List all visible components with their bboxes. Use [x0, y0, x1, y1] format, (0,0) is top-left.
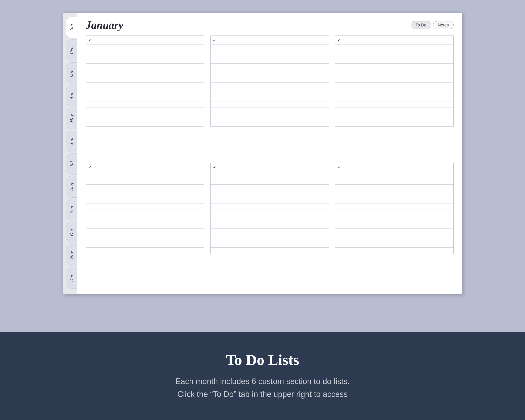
- todo-row: [335, 222, 453, 229]
- sidebar-tab-label-jun: Jun: [69, 138, 74, 145]
- outer-container: JanFebMarAprMayJunJulAugSepOctNovDec Jan…: [0, 0, 525, 420]
- page-header: January To Do Notes: [86, 19, 454, 31]
- todo-row: [335, 191, 453, 197]
- todo-row: [335, 204, 453, 210]
- todo-row: [211, 222, 329, 229]
- todo-row: [211, 64, 329, 70]
- todo-row: [86, 102, 204, 108]
- todo-row: [211, 210, 329, 216]
- todo-row: [211, 45, 329, 51]
- sidebar-tab-nov[interactable]: Nov: [66, 244, 77, 266]
- sidebar-tab-dec[interactable]: Dec: [66, 267, 77, 289]
- sidebar-tab-label-jul: Jul: [69, 161, 74, 167]
- todo-row: [211, 57, 329, 64]
- todo-row: [335, 76, 453, 83]
- todo-row: [335, 248, 453, 254]
- sidebar-tab-label-aug: Aug: [69, 183, 74, 191]
- sidebar-tab-aug[interactable]: Aug: [66, 176, 77, 197]
- sidebar-tab-apr[interactable]: Apr: [66, 85, 77, 106]
- todo-row: [86, 95, 204, 102]
- todo-row: [335, 185, 453, 191]
- todo-row: [335, 70, 453, 76]
- todo-row: [86, 210, 204, 216]
- side-tabs: JanFebMarAprMayJunJulAugSepOctNovDec: [63, 13, 77, 294]
- sidebar-tab-jun[interactable]: Jun: [66, 131, 77, 152]
- todo-row: [335, 95, 453, 102]
- todo-row: [211, 108, 329, 114]
- todo-row: [211, 70, 329, 76]
- sidebar-tab-may[interactable]: May: [66, 108, 77, 129]
- todo-row: [211, 248, 329, 254]
- todo-row: [211, 204, 329, 210]
- todo-row: [211, 51, 329, 57]
- todo-row: [211, 235, 329, 241]
- todo-row: [211, 185, 329, 191]
- todo-row: [335, 216, 453, 222]
- tab-notes[interactable]: Notes: [433, 21, 454, 29]
- checkmark-icon-5: ✓: [213, 165, 216, 170]
- sidebar-tab-jan[interactable]: Jan: [66, 17, 77, 38]
- todo-row: [86, 197, 204, 204]
- todo-row: [211, 102, 329, 108]
- bottom-section: To Do Lists Each month includes 6 custom…: [0, 332, 525, 420]
- todo-row: [211, 191, 329, 197]
- todo-row: [335, 197, 453, 204]
- todo-row: [335, 241, 453, 248]
- bottom-desc-line2: Click the “To Do” tab in the upper right…: [175, 388, 350, 401]
- todo-row: [211, 241, 329, 248]
- todo-row: [86, 108, 204, 114]
- todo-row: [335, 178, 453, 185]
- sidebar-tab-label-apr: Apr: [69, 92, 74, 100]
- sidebar-tab-feb[interactable]: Feb: [66, 39, 77, 61]
- todo-row: [211, 197, 329, 204]
- todo-row: [335, 64, 453, 70]
- todo-row: [86, 241, 204, 248]
- todo-row: [211, 76, 329, 83]
- todo-row: [335, 51, 453, 57]
- todo-row: [86, 89, 204, 95]
- bottom-desc-line1: Each month includes 6 custom section to …: [175, 375, 350, 388]
- checkmark-icon-4: ✓: [88, 165, 92, 170]
- checkmark-icon-3: ✓: [338, 37, 341, 43]
- sidebar-tab-sep[interactable]: Sep: [66, 199, 77, 220]
- todo-row: [211, 89, 329, 95]
- todo-row: [335, 114, 453, 120]
- checkmark-icon-6: ✓: [338, 165, 341, 170]
- todo-row: [211, 120, 329, 127]
- main-content: January To Do Notes ✓: [77, 13, 462, 294]
- todo-row: [211, 95, 329, 102]
- todo-row: [86, 229, 204, 235]
- todo-row: [86, 185, 204, 191]
- sidebar-tab-label-may: May: [69, 114, 74, 123]
- todo-row: [86, 70, 204, 76]
- todo-grid: ✓: [86, 36, 454, 290]
- todo-row: [335, 89, 453, 95]
- todo-row: [86, 216, 204, 222]
- sidebar-tab-mar[interactable]: Mar: [66, 62, 77, 84]
- todo-row: [211, 83, 329, 89]
- todo-row: [86, 64, 204, 70]
- bottom-description: Each month includes 6 custom section to …: [175, 375, 350, 401]
- todo-row: [86, 57, 204, 64]
- todo-row: [86, 191, 204, 197]
- todo-section-4: ✓: [86, 163, 204, 290]
- todo-row: [211, 114, 329, 120]
- todo-row: [86, 83, 204, 89]
- planner-page: JanFebMarAprMayJunJulAugSepOctNovDec Jan…: [63, 13, 462, 294]
- todo-row: [335, 108, 453, 114]
- todo-row: [86, 204, 204, 210]
- todo-row: [335, 45, 453, 51]
- todo-section-3: ✓: [335, 36, 454, 163]
- todo-section-5: ✓: [210, 163, 329, 290]
- sidebar-tab-oct[interactable]: Oct: [66, 222, 77, 243]
- todo-row: [86, 114, 204, 120]
- checkmark-icon-2: ✓: [213, 37, 216, 43]
- todo-row: [335, 172, 453, 178]
- tab-todo[interactable]: To Do: [411, 21, 431, 29]
- todo-row: [335, 102, 453, 108]
- sidebar-tab-jul[interactable]: Jul: [66, 153, 77, 175]
- todo-section-1: ✓: [86, 36, 204, 163]
- todo-row: [86, 76, 204, 83]
- todo-row: [86, 235, 204, 241]
- todo-row: [86, 51, 204, 57]
